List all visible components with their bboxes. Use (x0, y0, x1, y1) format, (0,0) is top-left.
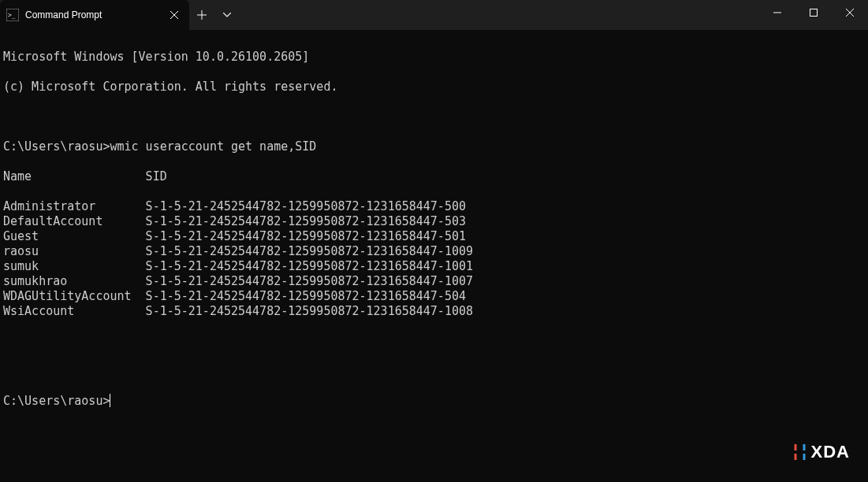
maximize-button[interactable] (795, 0, 832, 24)
account-sid: S-1-5-21-2452544782-1259950872-123165844… (146, 304, 473, 318)
account-sid: S-1-5-21-2452544782-1259950872-123165844… (146, 259, 473, 273)
watermark: XDA (793, 442, 850, 462)
banner-line-1: Microsoft Windows [Version 10.0.26100.26… (3, 50, 309, 64)
svg-text:>_: >_ (8, 12, 16, 19)
prompt-2: C:\Users\raosu> (3, 394, 110, 408)
table-row: GuestS-1-5-21-2452544782-1259950872-1231… (3, 229, 865, 244)
window-controls (759, 0, 868, 24)
accounts-list: AdministratorS-1-5-21-2452544782-1259950… (3, 199, 865, 319)
svg-rect-2 (810, 9, 818, 16)
account-sid: S-1-5-21-2452544782-1259950872-123165844… (146, 289, 466, 303)
prompt-1: C:\Users\raosu> (3, 139, 110, 154)
tab-close-button[interactable] (167, 8, 181, 22)
table-row: WsiAccountS-1-5-21-2452544782-1259950872… (3, 304, 865, 319)
table-row: WDAGUtilityAccountS-1-5-21-2452544782-12… (3, 289, 865, 304)
table-row: DefaultAccountS-1-5-21-2452544782-125995… (3, 214, 865, 229)
tab-dropdown-button[interactable] (214, 0, 240, 30)
command-1: wmic useraccount get name,SID (110, 139, 316, 154)
table-row: AdministratorS-1-5-21-2452544782-1259950… (3, 199, 865, 214)
close-window-button[interactable] (832, 0, 868, 24)
header-name: Name (3, 169, 146, 184)
account-name: sumukhrao (3, 274, 146, 289)
account-name: Administrator (3, 199, 146, 214)
account-sid: S-1-5-21-2452544782-1259950872-123165844… (146, 274, 473, 288)
xda-logo-icon (793, 443, 807, 462)
account-sid: S-1-5-21-2452544782-1259950872-123165844… (146, 244, 473, 258)
title-bar: >_ Command Prompt (0, 0, 868, 30)
cmd-icon: >_ (6, 9, 19, 21)
watermark-text: XDA (811, 442, 850, 462)
account-sid: S-1-5-21-2452544782-1259950872-123165844… (146, 229, 466, 243)
table-row: raosuS-1-5-21-2452544782-1259950872-1231… (3, 244, 865, 259)
account-sid: S-1-5-21-2452544782-1259950872-123165844… (146, 199, 466, 213)
tab-title: Command Prompt (25, 9, 161, 20)
account-name: sumuk (3, 259, 146, 274)
account-sid: S-1-5-21-2452544782-1259950872-123165844… (146, 214, 466, 228)
minimize-button[interactable] (759, 0, 795, 24)
banner-line-2: (c) Microsoft Corporation. All rights re… (3, 80, 337, 94)
account-name: WDAGUtilityAccount (3, 289, 146, 304)
account-name: DefaultAccount (3, 214, 146, 229)
terminal-output[interactable]: Microsoft Windows [Version 10.0.26100.26… (0, 30, 868, 428)
table-row: sumukhraoS-1-5-21-2452544782-1259950872-… (3, 274, 865, 289)
account-name: raosu (3, 244, 146, 259)
cursor (110, 394, 110, 407)
new-tab-button[interactable] (189, 0, 214, 30)
tab-command-prompt[interactable]: >_ Command Prompt (0, 0, 189, 30)
account-name: Guest (3, 229, 146, 244)
table-row: sumukS-1-5-21-2452544782-1259950872-1231… (3, 259, 865, 274)
title-bar-drag-region[interactable] (240, 0, 759, 30)
account-name: WsiAccount (3, 304, 146, 319)
header-sid: SID (146, 169, 167, 184)
